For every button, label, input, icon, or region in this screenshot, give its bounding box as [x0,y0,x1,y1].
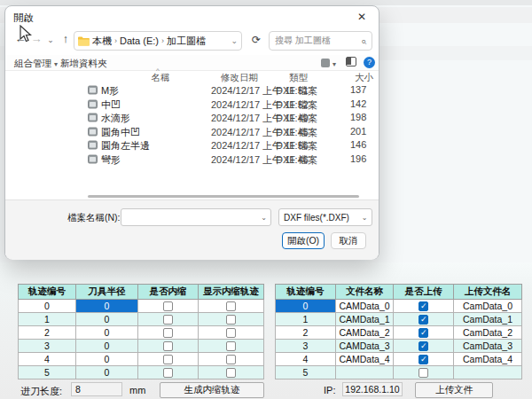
chevron-down-icon[interactable]: ⌄ [257,214,270,222]
show-checkbox[interactable] [226,341,236,351]
cell-upload_name[interactable]: CamData_4 [454,353,522,366]
cell-file[interactable]: CAMData_3 [336,340,394,353]
cell-id[interactable]: 0 [276,300,336,313]
cell-id[interactable]: 0 [19,300,76,313]
column-header-name[interactable]: 名稱 [129,72,192,84]
column-header[interactable]: 刀具半径 [76,285,138,300]
horizontal-scrollbar[interactable] [88,195,359,198]
show-checkbox[interactable] [226,315,236,325]
shrink-checkbox[interactable] [163,328,173,338]
show-checkbox[interactable] [226,328,236,338]
cell-upload_name[interactable]: CamData_3 [454,340,522,353]
cell-id[interactable]: 3 [19,340,76,353]
cell-upload_name[interactable] [454,366,522,379]
cell-upload[interactable] [394,326,454,340]
cell-shrink[interactable] [138,326,199,340]
column-header[interactable]: 轨迹编号 [276,285,336,300]
recent-locations-icon[interactable]: ⌄ [43,35,58,44]
filetype-select[interactable]: DXF files(*.DXF) ⌄ [278,208,372,226]
feed-length-input[interactable]: 8 [71,382,122,396]
file-row[interactable]: 水滴形2024/12/17 上午 11:49DXF 檔案198 [5,111,379,125]
file-row[interactable]: 圓角左半邊2024/12/17 上午 11:56DXF 檔案146 [5,138,379,153]
file-row[interactable]: 圓角中凹2024/12/17 上午 11:45DXF 檔案201 [5,125,379,139]
cell-shrink[interactable] [138,340,199,353]
cell-id[interactable]: 5 [276,366,336,379]
open-button[interactable]: 開啟(O) [282,232,325,249]
preview-pane-icon[interactable] [346,57,356,68]
upload-checkbox[interactable] [419,355,428,364]
generate-track-button[interactable]: 生成内缩轨迹 [160,382,264,398]
column-header[interactable]: 是否上传 [394,285,454,300]
cell-radius[interactable]: 0 [76,300,138,313]
cell-upload[interactable] [394,300,454,313]
upload-files-button[interactable]: 上传文件 [415,382,493,398]
cell-file[interactable]: CAMData_0 [336,300,394,313]
cell-radius[interactable]: 0 [76,340,138,353]
cell-upload_name[interactable]: CamData_1 [454,313,522,326]
file-row[interactable]: M形2024/12/17 上午 11:51DXF 檔案137 [5,83,379,98]
cell-show[interactable] [199,300,264,313]
cell-id[interactable]: 1 [19,313,76,326]
cell-id[interactable]: 2 [19,326,76,340]
refresh-icon[interactable]: ⟳ [248,34,264,50]
cell-radius[interactable]: 0 [76,326,138,340]
cell-show[interactable] [199,313,264,326]
cell-id[interactable]: 3 [276,340,336,353]
dialog-titlebar[interactable]: 開啟 ✕ [5,6,379,27]
filename-input[interactable] [121,209,257,225]
cell-show[interactable] [199,326,264,340]
upload-checkbox[interactable] [419,341,428,351]
cell-shrink[interactable] [138,300,199,313]
cell-show[interactable] [199,366,264,379]
column-header-type[interactable]: 類型 [289,72,308,84]
up-icon[interactable]: ↑ [59,32,73,45]
search-input[interactable]: 搜尋 加工圖檔 ⌕ [269,31,372,51]
breadcrumb[interactable]: 本機 › Data (E:) › 加工圖檔 ⌄ [74,31,242,51]
show-checkbox[interactable] [226,355,236,364]
shrink-checkbox[interactable] [163,368,173,378]
upload-checkbox[interactable] [419,301,428,311]
breadcrumb-item-pc[interactable]: 本機 [92,35,112,48]
breadcrumb-item-drive[interactable]: Data (E:) [120,35,159,46]
shrink-checkbox[interactable] [163,355,173,364]
help-icon[interactable]: ? [364,57,375,68]
file-row[interactable]: 彎形2024/12/17 上午 11:46DXF 檔案196 [5,153,379,167]
cell-id[interactable]: 5 [19,366,76,379]
new-folder-button[interactable]: 新增資料夾 [60,58,107,70]
column-header[interactable]: 上传文件名 [454,285,522,300]
cell-shrink[interactable] [138,353,199,366]
cell-id[interactable]: 2 [276,326,336,340]
cell-show[interactable] [199,340,264,353]
column-header[interactable]: 轨迹编号 [19,285,76,300]
organize-button[interactable]: 組合管理 ▾ [14,58,58,70]
ip-input[interactable]: 192.168.1.10 [342,382,403,396]
view-mode-icon[interactable]: ▾ [321,58,336,68]
cell-radius[interactable]: 0 [76,313,138,326]
cell-upload_name[interactable]: CamData_2 [454,326,522,340]
column-header-size[interactable]: 大小 [355,72,373,84]
column-header[interactable]: 显示内缩轨迹 [199,285,264,300]
column-header[interactable]: 文件名称 [336,285,394,300]
cell-upload[interactable] [394,340,454,353]
show-checkbox[interactable] [226,368,236,378]
upload-checkbox[interactable] [419,368,428,378]
cell-file[interactable]: CAMData_2 [336,326,394,340]
column-header-date[interactable]: 修改日期 [221,72,258,84]
cell-file[interactable]: CAMData_4 [336,353,394,366]
cell-file[interactable]: CAMData_1 [336,313,394,326]
upload-checkbox[interactable] [419,328,428,338]
cell-id[interactable]: 4 [19,353,76,366]
cell-shrink[interactable] [138,366,199,379]
shrink-checkbox[interactable] [163,301,173,311]
upload-checkbox[interactable] [419,315,428,325]
cell-file[interactable] [336,366,394,379]
cancel-button[interactable]: 取消 [331,232,366,249]
filename-combobox[interactable]: ⌄ [121,208,271,226]
file-row[interactable]: 中凹2024/12/17 上午 11:52DXF 檔案142 [5,98,379,112]
cell-shrink[interactable] [138,313,199,326]
show-checkbox[interactable] [226,301,236,311]
cell-upload[interactable] [394,353,454,366]
shrink-checkbox[interactable] [163,341,173,351]
cell-radius[interactable]: 0 [76,366,138,379]
column-header[interactable]: 是否内缩 [138,285,199,300]
